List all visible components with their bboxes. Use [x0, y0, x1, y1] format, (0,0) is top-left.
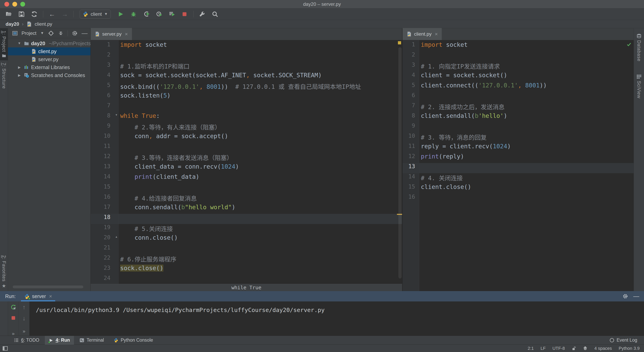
breadcrumb-folder[interactable]: day20: [6, 21, 19, 27]
back-icon[interactable]: ←: [48, 10, 56, 18]
sidebar-tab-sciview[interactable]: SciView: [636, 72, 642, 101]
settings-gear-icon[interactable]: [72, 30, 78, 36]
profiler-icon[interactable]: [155, 10, 163, 18]
folder-icon: [24, 41, 29, 46]
tool-window-bar: 6: TODO 4: Run Terminal Python Console E…: [0, 336, 644, 345]
code-area-client[interactable]: 12345678910111213141516 import socket # …: [402, 40, 634, 291]
search-icon[interactable]: [211, 10, 219, 18]
locate-file-icon[interactable]: [48, 30, 54, 36]
tool-tab-terminal[interactable]: Terminal: [76, 336, 108, 345]
python-file-icon: [26, 21, 32, 27]
chevron-expanded-icon[interactable]: ▼: [17, 41, 22, 45]
caret-position[interactable]: 2:1: [528, 346, 534, 351]
breadcrumb-file[interactable]: client.py: [35, 21, 52, 27]
stop-icon[interactable]: [11, 315, 16, 321]
close-icon[interactable]: ×: [125, 31, 128, 37]
context-info-bar: while True: [91, 284, 402, 291]
title-bar: day20 – server.py: [0, 0, 644, 8]
breadcrumb-separator-icon: ›: [22, 21, 24, 27]
tool-tab-todo[interactable]: 6: TODO: [10, 336, 43, 345]
tree-item-day20[interactable]: ▼ day20~/PycharmProjects/luffyCourse: [8, 39, 90, 47]
running-indicator: [28, 298, 30, 300]
file-encoding[interactable]: UTF-8: [552, 346, 565, 351]
libraries-icon: [24, 65, 29, 70]
run-panel-header: Run: server × —: [0, 291, 644, 302]
open-icon[interactable]: [5, 10, 13, 18]
settings-gear-icon[interactable]: [622, 294, 628, 299]
chevron-down-icon[interactable]: ▼: [40, 31, 44, 35]
up-stack-icon[interactable]: ↑: [22, 304, 26, 310]
python-file-icon: [31, 57, 36, 62]
project-tree: ▼ day20~/PycharmProjects/luffyCourse cli…: [8, 38, 90, 79]
tree-item-client-py[interactable]: client.py: [8, 47, 90, 55]
tab-client-py[interactable]: client.py ×: [402, 28, 442, 40]
run-console[interactable]: /usr/local/bin/python3.9 /Users/wupeiqi/…: [30, 302, 644, 336]
project-panel: Project ▼ — ▼ day20~/PycharmProjects/luf…: [8, 28, 91, 291]
sidebar-tab-database[interactable]: Database: [636, 31, 642, 64]
tree-item-server-py[interactable]: server.py: [8, 55, 90, 63]
code-area-server[interactable]: 12345678▾91011121314151617181920▴2122232…: [91, 40, 402, 284]
minimize-window-button[interactable]: [12, 2, 17, 6]
chevron-collapsed-icon[interactable]: ▶: [17, 73, 22, 77]
sync-icon[interactable]: [30, 10, 38, 18]
line-separator[interactable]: LF: [540, 346, 546, 351]
tree-item-external-libraries[interactable]: ▶ External Libraries: [8, 63, 90, 71]
zoom-window-button[interactable]: [20, 2, 25, 6]
lock-icon[interactable]: [572, 346, 576, 351]
collapse-all-icon[interactable]: [58, 30, 64, 36]
stop-icon[interactable]: [180, 10, 188, 18]
code-lines[interactable]: import socket # 1. 向指定IP发送连接请求client = s…: [419, 40, 634, 291]
run-configuration-select[interactable]: client ▼: [80, 10, 111, 18]
run-tab-server[interactable]: server ×: [21, 291, 56, 302]
vertical-scrollbar[interactable]: [398, 47, 402, 278]
close-icon[interactable]: ×: [49, 293, 52, 300]
rerun-icon[interactable]: [10, 304, 16, 310]
python-icon: [83, 11, 88, 17]
sidebar-tab-project[interactable]: 1: Project: [0, 28, 8, 60]
project-view-select[interactable]: Project: [22, 30, 36, 36]
indent-setting[interactable]: 4 spaces: [594, 346, 612, 351]
project-panel-header: Project ▼ —: [8, 28, 90, 38]
tab-label: server.py: [102, 31, 122, 37]
tool-tab-run[interactable]: 4: Run: [45, 336, 74, 345]
debug-icon[interactable]: [130, 10, 138, 18]
close-icon[interactable]: ×: [435, 31, 438, 37]
down-stack-icon[interactable]: ↓: [22, 315, 26, 321]
run-icon[interactable]: [117, 10, 125, 18]
sciview-grid-icon: [636, 74, 642, 79]
event-log-button[interactable]: Event Log: [609, 338, 637, 343]
scratches-icon: [24, 73, 29, 78]
python-file-icon: [406, 31, 412, 37]
horizontal-scrollbar[interactable]: [13, 286, 83, 288]
sidebar-tab-structure[interactable]: 7: Structure: [1, 60, 6, 91]
tool-tab-python-console[interactable]: Python Console: [110, 336, 157, 345]
hide-panel-icon[interactable]: —: [82, 30, 88, 36]
hector-inspection-icon[interactable]: [583, 346, 588, 351]
editor-server: server.py × 12345678▾9101112131415161718…: [91, 28, 402, 291]
wrench-icon[interactable]: [198, 10, 206, 18]
editor-tab-bar: client.py ×: [402, 28, 634, 40]
sidebar-tab-favorites[interactable]: 2: Favorites ★: [1, 253, 6, 291]
more-actions-icon[interactable]: »: [23, 329, 25, 334]
save-icon[interactable]: [18, 10, 26, 18]
run-with-coverage-icon[interactable]: [142, 10, 150, 18]
run-tasks-icon[interactable]: [168, 10, 176, 18]
project-view-icon: [12, 31, 18, 36]
tool-window-toggle-icon[interactable]: [2, 346, 8, 351]
status-bar: 2:1 LF UTF-8 4 spaces Python 3.9: [0, 345, 644, 352]
run-tab-label: server: [32, 294, 46, 299]
event-log-icon: [609, 338, 614, 343]
code-lines[interactable]: import socket # 1.监听本机的IP和端口sock = socke…: [118, 40, 402, 284]
chevron-down-icon: ▼: [104, 12, 108, 16]
interpreter[interactable]: Python 3.9: [619, 346, 640, 351]
folder-icon: [2, 53, 6, 58]
close-window-button[interactable]: [4, 2, 9, 6]
run-toolbar-left: »: [8, 302, 19, 336]
forward-icon: →: [61, 10, 69, 18]
tree-item-scratches[interactable]: ▶ Scratches and Consoles: [8, 71, 90, 79]
tab-server-py[interactable]: server.py ×: [91, 28, 132, 40]
breadcrumb: day20 › client.py: [0, 20, 644, 28]
database-icon: [636, 33, 642, 39]
hide-panel-icon[interactable]: —: [633, 293, 639, 299]
chevron-collapsed-icon[interactable]: ▶: [17, 65, 22, 69]
